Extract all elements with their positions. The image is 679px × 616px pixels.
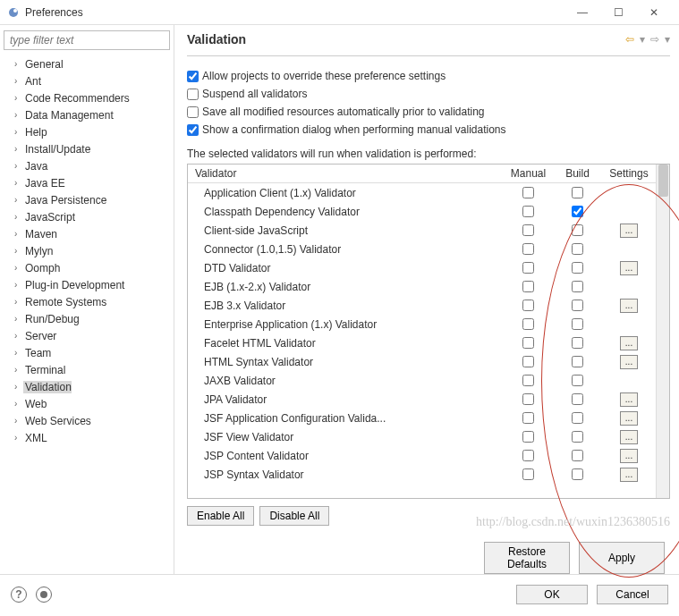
build-checkbox[interactable] <box>572 412 583 424</box>
manual-checkbox[interactable] <box>522 450 534 461</box>
forward-icon[interactable]: ⇨ <box>650 33 659 46</box>
manual-checkbox[interactable] <box>522 281 534 292</box>
settings-button[interactable]: ... <box>620 336 638 350</box>
manual-checkbox[interactable] <box>522 468 534 480</box>
build-checkbox[interactable] <box>572 187 583 198</box>
sidebar-item-validation[interactable]: ›Validation <box>4 378 170 395</box>
build-checkbox[interactable] <box>572 375 583 386</box>
build-checkbox[interactable] <box>572 431 583 443</box>
manual-checkbox[interactable] <box>522 375 534 386</box>
sidebar-item-run-debug[interactable]: ›Run/Debug <box>4 310 170 327</box>
sidebar-item-web[interactable]: ›Web <box>4 395 170 412</box>
import-export-icon[interactable] <box>36 586 52 603</box>
build-checkbox[interactable] <box>572 300 583 311</box>
manual-checkbox[interactable] <box>522 356 534 367</box>
sidebar-item-java[interactable]: ›Java <box>4 157 170 174</box>
table-row[interactable]: Classpath Dependency Validator <box>188 202 656 221</box>
build-checkbox[interactable] <box>572 337 583 349</box>
table-row[interactable]: EJB 3.x Validator... <box>188 296 656 315</box>
build-checkbox[interactable] <box>572 318 583 330</box>
minimize-button[interactable]: — <box>564 0 600 25</box>
build-checkbox[interactable] <box>572 206 583 217</box>
table-row[interactable]: Connector (1.0,1.5) Validator <box>188 240 656 258</box>
sidebar-item-mylyn[interactable]: ›Mylyn <box>4 242 170 259</box>
manual-checkbox[interactable] <box>522 243 534 255</box>
settings-button[interactable]: ... <box>620 299 638 313</box>
sidebar-item-terminal[interactable]: ›Terminal <box>4 361 170 378</box>
table-row[interactable]: JAXB Validator <box>188 371 656 390</box>
table-row[interactable]: DTD Validator... <box>188 258 656 277</box>
cancel-button[interactable]: Cancel <box>597 585 668 604</box>
table-row[interactable]: Application Client (1.x) Validator <box>188 183 656 202</box>
sidebar-item-xml[interactable]: ›XML <box>4 429 170 446</box>
close-button[interactable]: ✕ <box>636 0 672 25</box>
disable-all-button[interactable]: Disable All <box>259 506 329 526</box>
table-row[interactable]: Facelet HTML Validator... <box>188 333 656 352</box>
sidebar-item-maven[interactable]: ›Maven <box>4 225 170 242</box>
sidebar-item-remote-systems[interactable]: ›Remote Systems <box>4 293 170 310</box>
build-checkbox[interactable] <box>572 262 583 274</box>
manual-checkbox[interactable] <box>522 337 534 349</box>
sidebar-item-team[interactable]: ›Team <box>4 344 170 361</box>
build-checkbox[interactable] <box>572 468 583 480</box>
table-row[interactable]: JSP Syntax Validator... <box>188 465 656 484</box>
table-row[interactable]: HTML Syntax Validator... <box>188 352 656 371</box>
settings-button[interactable]: ... <box>620 224 638 238</box>
table-row[interactable]: Enterprise Application (1.x) Validator <box>188 315 656 333</box>
build-checkbox[interactable] <box>572 450 583 461</box>
sidebar-item-java-ee[interactable]: ›Java EE <box>4 174 170 191</box>
sidebar-item-oomph[interactable]: ›Oomph <box>4 259 170 276</box>
settings-button[interactable]: ... <box>620 411 638 426</box>
settings-button[interactable]: ... <box>620 355 638 369</box>
scrollbar-thumb[interactable] <box>658 165 668 197</box>
sidebar-item-ant[interactable]: ›Ant <box>4 72 170 89</box>
sidebar-item-javascript[interactable]: ›JavaScript <box>4 208 170 225</box>
table-row[interactable]: JSF Application Configuration Valida....… <box>188 409 656 427</box>
table-row[interactable]: JPA Validator... <box>188 390 656 409</box>
scrollbar[interactable] <box>656 165 669 498</box>
table-row[interactable]: EJB (1.x-2.x) Validator <box>188 277 656 296</box>
maximize-button[interactable]: ☐ <box>600 0 636 25</box>
build-checkbox[interactable] <box>572 243 583 255</box>
manual-checkbox[interactable] <box>522 187 534 198</box>
option-confirm[interactable]: Show a confirmation dialog when performi… <box>187 121 670 139</box>
help-icon[interactable]: ? <box>11 586 27 603</box>
restore-defaults-button[interactable]: Restore Defaults <box>484 542 570 574</box>
sidebar-item-code-recommenders[interactable]: ›Code Recommenders <box>4 89 170 106</box>
manual-checkbox[interactable] <box>522 393 534 405</box>
sidebar-item-data-management[interactable]: ›Data Management <box>4 106 170 123</box>
sidebar-item-general[interactable]: ›General <box>4 55 170 72</box>
build-checkbox[interactable] <box>572 224 583 236</box>
manual-checkbox[interactable] <box>522 262 534 274</box>
filter-input[interactable] <box>4 30 170 50</box>
back-icon[interactable]: ⇦ <box>625 33 634 46</box>
settings-button[interactable]: ... <box>620 392 638 407</box>
manual-checkbox[interactable] <box>522 300 534 311</box>
manual-checkbox[interactable] <box>522 206 534 217</box>
option-override[interactable]: Allow projects to override these prefere… <box>187 67 670 85</box>
settings-button[interactable]: ... <box>620 468 638 482</box>
build-checkbox[interactable] <box>572 393 583 405</box>
sidebar-item-plug-in-development[interactable]: ›Plug-in Development <box>4 276 170 293</box>
sidebar-item-help[interactable]: ›Help <box>4 123 170 140</box>
settings-button[interactable]: ... <box>620 449 638 463</box>
sidebar-item-web-services[interactable]: ›Web Services <box>4 412 170 429</box>
settings-button[interactable]: ... <box>620 430 638 444</box>
settings-button[interactable]: ... <box>620 261 638 275</box>
ok-button[interactable]: OK <box>516 585 588 604</box>
build-checkbox[interactable] <box>572 356 583 367</box>
table-row[interactable]: Client-side JavaScript... <box>188 221 656 240</box>
sidebar-item-java-persistence[interactable]: ›Java Persistence <box>4 191 170 208</box>
sidebar-item-server[interactable]: ›Server <box>4 327 170 344</box>
sidebar-item-install-update[interactable]: ›Install/Update <box>4 140 170 157</box>
table-row[interactable]: JSF View Validator... <box>188 427 656 446</box>
manual-checkbox[interactable] <box>522 318 534 330</box>
manual-checkbox[interactable] <box>522 431 534 443</box>
option-suspend[interactable]: Suspend all validators <box>187 85 670 103</box>
build-checkbox[interactable] <box>572 281 583 292</box>
enable-all-button[interactable]: Enable All <box>187 506 254 526</box>
manual-checkbox[interactable] <box>522 412 534 424</box>
manual-checkbox[interactable] <box>522 224 534 236</box>
option-saveall[interactable]: Save all modified resources automaticall… <box>187 103 670 121</box>
apply-button[interactable]: Apply <box>579 542 665 574</box>
